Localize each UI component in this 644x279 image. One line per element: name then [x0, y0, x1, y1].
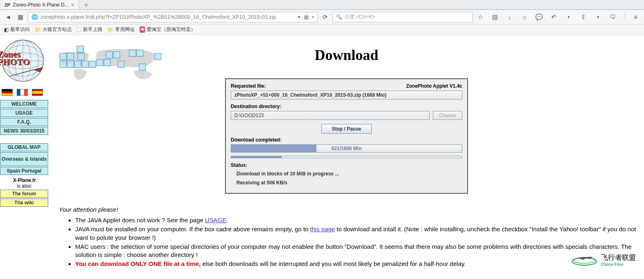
new-tab-button[interactable]: ＋ — [79, 1, 94, 9]
list-item: You can download ONLY ONE file at a time… — [75, 260, 637, 268]
url-text: zonephoto.x-plane.fr/dl.php?f=ZP10/zPhot… — [40, 14, 295, 20]
progress-text: 621/1668 Mio — [231, 145, 462, 152]
flag-de[interactable] — [2, 89, 13, 96]
block-progress-bar — [231, 156, 462, 158]
undo-icon[interactable]: ↶ — [549, 12, 559, 22]
reader-icon[interactable]: ▤ — [490, 12, 500, 22]
dest-dir-value: D:\GOOD123 — [231, 111, 430, 120]
bookmark-common[interactable]: 📁常用网址 — [107, 26, 135, 33]
tab-strip: ZP Zones-Photo X-Plane D... × ＋ — [0, 0, 644, 10]
applet-version: ZonePhoto Applet V1.4c — [406, 83, 462, 89]
downloads-icon[interactable]: ↓ — [505, 12, 515, 22]
menu-welcome[interactable]: WELCOME — [0, 100, 48, 108]
choose-button[interactable]: Choose — [433, 111, 462, 120]
menu-spain[interactable]: Spain Portugal — [0, 167, 48, 175]
requested-file-box: zPhotoXP_+51+000_16_Chelmsford_XP10_2015… — [231, 91, 462, 100]
status-line-2: Receiving at 506 KB/s — [236, 179, 462, 188]
tab-favicon-icon: ZP — [4, 2, 10, 7]
undo-dropdown-icon[interactable]: ▾ — [564, 12, 573, 22]
instructions-list: The JAVA Applet does not work ? See the … — [75, 216, 637, 268]
globe-icon: 🌐 — [31, 14, 38, 20]
chat-icon[interactable]: 💬 — [534, 12, 544, 22]
nav-menu: WELCOME USAGE F.A.Q. NEWS 30/03/2015 GLO… — [0, 100, 49, 175]
search-placeholder: 百度 <Ctrl+K> — [345, 13, 375, 20]
attention-heading: Your attention please! — [59, 206, 637, 213]
search-icon: 🔍 — [336, 14, 342, 20]
qr-icon[interactable]: ▦ — [304, 14, 309, 20]
url-bar[interactable]: 🌐 zonephoto.x-plane.fr/dl.php?f=ZP10/zPh… — [28, 12, 318, 22]
browser-tab[interactable]: ZP Zones-Photo X-Plane D... × — [0, 0, 79, 9]
dest-dir-label: Destination directory: — [231, 104, 462, 109]
menu-overseas[interactable]: Overseas & Islands — [0, 152, 48, 166]
flag-fr[interactable] — [17, 89, 28, 96]
share-dropdown-icon[interactable]: ▾ — [593, 12, 603, 22]
list-item: The JAVA Applet does not work ? See the … — [75, 216, 637, 224]
stop-pause-button[interactable]: Stop / Pause — [321, 124, 371, 134]
hamburger-menu-icon[interactable]: ≡ — [631, 12, 641, 22]
download-applet: Requested file: ZonePhoto Applet V1.4c z… — [225, 78, 468, 194]
bookmark-bar: ◧最常访问 📁火狐官方站点 新手上路 📁常用网址 淘爱淘宝（原淘宝特卖） — [0, 24, 644, 35]
list-item: JAVA must be installed on your computer.… — [75, 225, 637, 242]
shield-icon[interactable]: ▾ — [298, 14, 301, 20]
folder-icon: 📁 — [35, 27, 41, 33]
menu-wiki[interactable]: The wiki — [0, 199, 48, 207]
usage-link[interactable]: USAGE — [205, 217, 227, 224]
dropdown-icon[interactable]: ▾ — [312, 15, 314, 19]
share-icon[interactable]: ⇪ — [578, 12, 588, 22]
menu-forum[interactable]: The forum — [0, 190, 48, 198]
bookmark-firefox[interactable]: 📁火狐官方站点 — [35, 26, 72, 33]
star-icon[interactable]: ☆ — [475, 12, 485, 22]
flag-es[interactable] — [32, 89, 43, 96]
sidebar: ZonesPHOTO WELCOME USAGE F.A.Q. NEWS 30/… — [0, 35, 49, 269]
bookmark-aitaobao[interactable]: 淘爱淘宝（原淘宝特卖） — [140, 26, 196, 33]
back-button[interactable]: ◄ — [3, 12, 13, 22]
java-link[interactable]: this page — [310, 226, 335, 232]
browser-nav-row: ◄ ▦ 🌐 zonephoto.x-plane.fr/dl.php?f=ZP10… — [0, 10, 644, 24]
toolbar-divider — [624, 12, 624, 20]
menu-news[interactable]: NEWS 30/03/2015 — [0, 127, 48, 135]
status-line-1: Download in blocks of 10 MiB in progress… — [236, 170, 462, 179]
warning-text: You can download ONLY ONE file at a time… — [75, 260, 201, 267]
reload-button[interactable]: ⟳ — [320, 12, 330, 22]
tab-title: Zones-Photo X-Plane D... — [13, 2, 69, 8]
requested-file-label: Requested file: — [231, 83, 266, 89]
also-label: X-Plane.fr is also: — [0, 177, 49, 189]
list-item: MAC users : the selection of some specia… — [75, 243, 637, 259]
home-icon[interactable]: ⌂ — [519, 12, 529, 22]
folder-icon: 📁 — [107, 27, 114, 33]
download-completed-label: Download completed: — [231, 137, 462, 143]
menu-global-map[interactable]: GLOBAL MAP — [0, 143, 48, 151]
site-logo[interactable]: ZonesPHOTO — [0, 37, 46, 85]
taobao-icon: 淘 — [140, 27, 145, 33]
tab-groups-icon[interactable]: ▦ — [16, 12, 25, 22]
bookmark-most-visited[interactable]: ◧最常访问 — [4, 26, 30, 33]
search-bar[interactable]: 🔍 百度 <Ctrl+K> — [332, 12, 473, 22]
menu-faq[interactable]: F.A.Q. — [0, 118, 48, 126]
world-map — [52, 43, 163, 88]
status-label: Status: — [231, 162, 462, 168]
language-flags — [0, 87, 49, 100]
main-progress-bar: 621/1668 Mio — [231, 144, 462, 153]
page-icon — [77, 27, 81, 32]
bookmark-icon: ◧ — [4, 27, 9, 33]
bookmark-getting-started[interactable]: 新手上路 — [77, 26, 103, 33]
comment-icon[interactable]: 🗨 — [608, 12, 617, 22]
logo-text: ZonesPHOTO — [0, 51, 30, 66]
close-tab-icon[interactable]: × — [71, 2, 74, 8]
menu-usage[interactable]: USAGE — [0, 109, 48, 117]
